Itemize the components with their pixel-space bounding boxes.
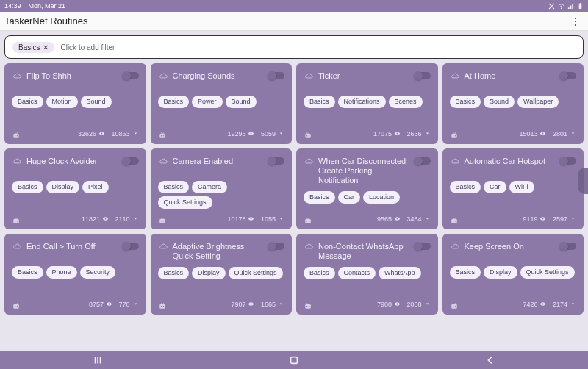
cloud-icon	[450, 241, 460, 251]
svg-rect-7	[159, 134, 165, 138]
svg-point-0	[561, 7, 562, 8]
filter-bar[interactable]: Basics ✕ Click to add filter	[4, 35, 584, 59]
svg-rect-39	[159, 304, 165, 309]
routine-toggle[interactable]	[415, 157, 431, 165]
svg-point-5	[17, 135, 18, 137]
tag-chip[interactable]: Camera	[192, 181, 227, 193]
routine-toggle[interactable]	[560, 72, 576, 79]
tag-chip[interactable]: WiFi	[509, 181, 534, 193]
routine-card[interactable]: Keep Screen OnBasicsDisplayQuick Setting…	[442, 234, 584, 315]
routine-card[interactable]: Charging SoundsBasicsPowerSound19293 505…	[151, 63, 293, 144]
status-time: 14:39	[4, 2, 21, 10]
download-icon	[424, 301, 431, 309]
tag-chip[interactable]: Basics	[158, 267, 190, 279]
routine-toggle[interactable]	[415, 243, 431, 250]
tag-chip[interactable]: Motion	[46, 96, 78, 108]
routine-card[interactable]: End Call > Turn OffBasicsPhoneSecurity87…	[4, 234, 146, 315]
routine-toggle[interactable]	[560, 157, 576, 165]
tag-chip[interactable]: Display	[46, 181, 80, 193]
routine-stats: 11821 2110	[82, 215, 139, 223]
routine-card[interactable]: Adaptive Brightness Quick SettingBasicsD…	[151, 234, 293, 315]
tag-chip[interactable]: Basics	[304, 96, 335, 108]
tag-chip[interactable]: Car	[484, 181, 506, 193]
tag-chip[interactable]: Phone	[46, 266, 77, 279]
routine-toggle[interactable]	[268, 157, 284, 165]
routine-toggle[interactable]	[415, 72, 431, 79]
routine-card[interactable]: Huge Clock AvoiderBasicsDisplayPixel1182…	[4, 148, 146, 229]
eye-icon	[394, 130, 401, 138]
tag-chip[interactable]: Basics	[450, 96, 481, 108]
svg-point-37	[17, 306, 18, 307]
routine-card[interactable]: Non-Contact WhatsApp MessageBasicsContac…	[296, 234, 438, 315]
tag-chip[interactable]: Basics	[12, 266, 43, 279]
cloud-icon	[158, 241, 168, 251]
routine-toggle[interactable]	[268, 72, 284, 79]
nav-back-button[interactable]	[477, 354, 503, 366]
tag-chip[interactable]: WhatsApp	[379, 267, 421, 279]
cloud-icon	[304, 71, 314, 81]
nav-home-button[interactable]	[281, 354, 307, 366]
svg-point-50	[542, 303, 544, 304]
downloads-count: 5059	[261, 130, 276, 137]
tag-chip[interactable]: Display	[192, 267, 226, 279]
robot-icon	[158, 129, 167, 138]
tag-chip[interactable]: Sound	[81, 96, 112, 108]
tag-chip[interactable]: Notifications	[338, 96, 386, 108]
tag-chip[interactable]: Car	[338, 191, 361, 204]
tag-chip[interactable]: Sound	[484, 96, 514, 108]
routine-title: Camera Enabled	[173, 156, 265, 175]
tag-chip[interactable]: Basics	[158, 181, 190, 193]
tag-chip[interactable]: Contacts	[338, 267, 376, 279]
tag-chip[interactable]: Quick Settings	[158, 196, 212, 209]
tag-chip[interactable]: Basics	[304, 267, 335, 279]
tag-chip[interactable]: Basics	[12, 96, 43, 108]
routine-card[interactable]: At HomeBasicsSoundWallpaper15013 2801	[442, 63, 584, 144]
routine-card[interactable]: Camera EnabledBasicsCameraQuick Settings…	[151, 148, 293, 229]
add-filter-input[interactable]: Click to add filter	[60, 43, 115, 51]
routine-toggle[interactable]	[123, 72, 139, 79]
svg-point-45	[309, 306, 310, 307]
tag-chip[interactable]: Basics	[450, 266, 481, 279]
routine-stats: 7426 2174	[523, 301, 576, 309]
filter-chip[interactable]: Basics ✕	[12, 42, 54, 53]
svg-point-16	[452, 135, 453, 137]
tag-chip[interactable]: Wallpaper	[517, 96, 559, 108]
tag-chip[interactable]: Scenes	[389, 96, 423, 108]
tag-chip[interactable]: Quick Settings	[520, 266, 575, 279]
routine-toggle[interactable]	[123, 157, 139, 165]
tag-chip[interactable]: Basics	[304, 191, 335, 204]
robot-icon	[12, 300, 21, 309]
close-icon[interactable]: ✕	[43, 43, 49, 51]
svg-point-26	[251, 218, 252, 219]
routine-card[interactable]: Flip To ShhhBasicsMotionSound32626 10853	[4, 63, 146, 144]
tag-chip[interactable]: Sound	[226, 96, 257, 108]
svg-point-48	[452, 306, 453, 307]
nav-recents-button[interactable]	[85, 354, 111, 366]
tag-chip[interactable]: Basics	[450, 181, 481, 193]
svg-point-25	[162, 221, 164, 222]
robot-icon	[158, 300, 167, 309]
tag-chip[interactable]: Quick Settings	[229, 267, 283, 279]
downloads-count: 2008	[406, 301, 421, 308]
routine-card[interactable]: When Car Disconnected Create Parking Not…	[296, 148, 438, 229]
routine-card[interactable]: TickerBasicsNotificationsScenes17075 263…	[296, 63, 438, 144]
tag-chip[interactable]: Basics	[158, 96, 190, 108]
views-count: 8757	[89, 301, 104, 308]
tag-chip[interactable]: Display	[484, 266, 517, 279]
routine-toggle[interactable]	[560, 243, 576, 250]
download-icon	[132, 301, 139, 309]
mute-icon	[548, 3, 555, 10]
tag-chip[interactable]: Power	[192, 96, 223, 108]
routine-card[interactable]: Automatic Car HotspotBasicsCarWiFi9119 2…	[442, 148, 584, 229]
edge-panel-handle[interactable]	[578, 168, 588, 194]
eye-icon	[248, 301, 254, 309]
svg-rect-31	[451, 219, 457, 223]
tag-chip[interactable]: Security	[80, 266, 116, 279]
tag-chip[interactable]: Basics	[12, 181, 43, 193]
tag-chip[interactable]: Location	[363, 191, 400, 204]
routine-toggle[interactable]	[123, 243, 139, 250]
routine-toggle[interactable]	[268, 243, 284, 250]
tag-chip[interactable]: Pixel	[82, 181, 109, 193]
cloud-icon	[450, 71, 460, 81]
overflow-menu-button[interactable]: ⋮	[570, 15, 581, 27]
